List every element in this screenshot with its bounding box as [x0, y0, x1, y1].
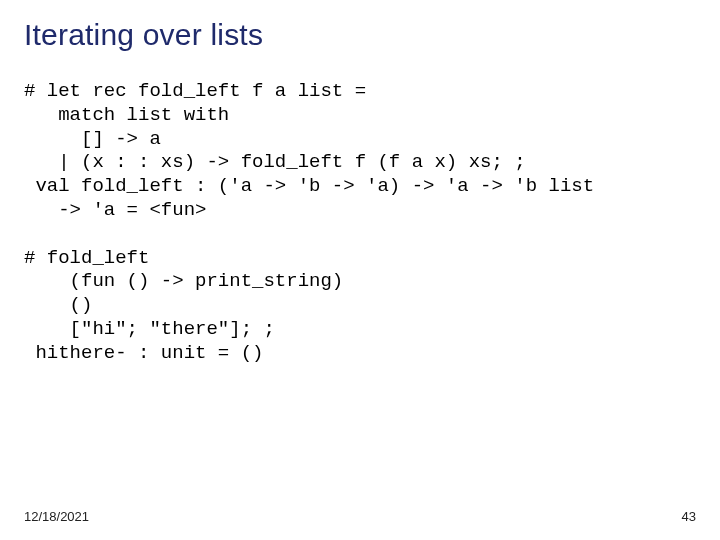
code-block-example: # fold_left (fun () -> print_string) () … — [24, 247, 696, 366]
footer-page-number: 43 — [682, 509, 696, 524]
slide-title: Iterating over lists — [24, 18, 696, 52]
slide: Iterating over lists # let rec fold_left… — [0, 0, 720, 540]
footer: 12/18/2021 43 — [24, 509, 696, 524]
footer-date: 12/18/2021 — [24, 509, 89, 524]
code-block-definition: # let rec fold_left f a list = match lis… — [24, 80, 696, 223]
